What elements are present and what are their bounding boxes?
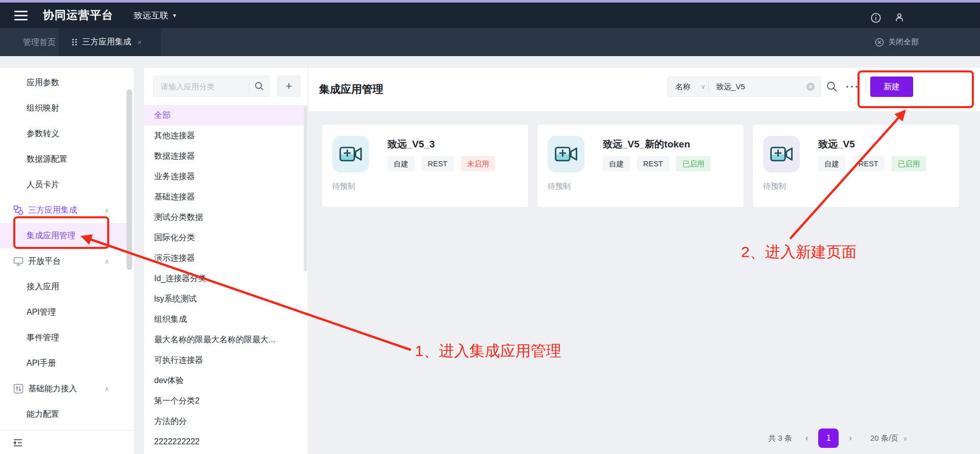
category-scrollbar[interactable] — [304, 106, 307, 271]
chevron-left-icon[interactable]: ‹ — [805, 433, 808, 443]
tag-rest: REST — [637, 156, 669, 171]
category-panel: + 全部 其他连接器 数据连接器 业务连接器 基础连接器 测试分类数据 国际化分… — [144, 68, 308, 454]
category-item[interactable]: 方法的分 — [144, 411, 308, 432]
chevron-up-icon[interactable]: ∧ — [104, 207, 109, 214]
tenant-name: 致远互联 — [134, 10, 168, 21]
sidebar-item-person-card[interactable]: 人员卡片 — [0, 172, 127, 197]
category-item[interactable]: 2222222222 — [144, 432, 308, 452]
category-item[interactable]: 组织集成 — [144, 309, 308, 330]
camera-plus-icon — [554, 144, 578, 164]
category-item[interactable]: lsy系统测试 — [144, 289, 308, 309]
page-title: 集成应用管理 — [319, 82, 383, 96]
tab-home[interactable]: 管理首页 — [23, 28, 56, 56]
collapse-sidebar-icon[interactable] — [12, 437, 23, 448]
app-title: 致远_V5 — [818, 138, 855, 151]
sidebar-group-open-platform[interactable]: 开放平台 ∧ — [0, 248, 127, 274]
sidebar-item-label: API手册 — [27, 359, 56, 367]
category-item[interactable]: 演示连接器 — [144, 248, 308, 268]
tag-rest: REST — [852, 156, 885, 171]
category-search-input[interactable] — [154, 76, 249, 96]
topbar: 协同运营平台 致远互联 ▼ — [0, 3, 980, 28]
page-size-label: 20 条/页 — [870, 434, 898, 442]
app-card[interactable]: 致远_V5_新的token 自建 REST 已启用 待预制 — [537, 124, 744, 208]
category-item-all[interactable]: 全部 — [144, 105, 308, 125]
sidebar-item-datasource-config[interactable]: 数据源配置 — [0, 146, 127, 172]
app-icon — [763, 136, 800, 172]
tag-self-built: 自建 — [603, 156, 630, 171]
tab-third-party-integration[interactable]: 三方应用集成 × — [59, 28, 161, 56]
filter-field-select[interactable]: 名称 — [668, 82, 701, 92]
annotation-step1: 1、进入集成应用管理 — [415, 341, 561, 362]
category-item[interactable]: 基础连接器 — [144, 187, 308, 207]
camera-plus-icon — [770, 144, 793, 164]
app-tags: 自建 REST 已启用 — [818, 156, 933, 171]
pagination-total: 共 3 条 — [768, 434, 792, 443]
category-item[interactable]: 可执行连接器 — [144, 350, 308, 370]
app-card[interactable]: 致远_V5_3 自建 REST 未启用 待预制 — [322, 124, 529, 208]
category-item[interactable]: 第一个分类2 — [144, 391, 308, 411]
sidebar-item-event-management[interactable]: 事件管理 — [0, 325, 127, 350]
category-item[interactable]: Id_连接器分类 — [144, 268, 308, 289]
app-title: 致远_V5_新的token — [603, 138, 690, 151]
category-search-button[interactable] — [250, 76, 269, 96]
hamburger-menu-icon[interactable] — [14, 11, 28, 20]
sidebar-item-label: 人员卡片 — [27, 180, 59, 189]
new-button[interactable]: 新建 — [870, 77, 913, 97]
chevron-up-icon[interactable]: ∧ — [104, 258, 109, 265]
clear-icon[interactable] — [806, 82, 815, 91]
category-item[interactable]: 数据连接器 — [144, 146, 308, 166]
category-item[interactable]: 业务连接器 — [144, 166, 308, 187]
sidebar-item-label: 接入应用 — [27, 282, 59, 291]
category-item[interactable]: 测试分类数据 — [144, 207, 308, 228]
app-tags: 自建 REST 已启用 — [603, 156, 718, 171]
sidebar-group-label: 三方应用集成 — [28, 205, 77, 216]
main-header: 集成应用管理 名称 ∨ 新建 — [308, 68, 980, 111]
app-tags: 自建 REST 未启用 — [387, 156, 502, 171]
sidebar-item-param-escape[interactable]: 参数转义 — [0, 121, 127, 146]
plus-icon: + — [286, 80, 292, 93]
chevron-down-icon: ∨ — [701, 83, 705, 90]
tenant-switcher[interactable]: 致远互联 ▼ — [134, 10, 177, 21]
category-item[interactable]: 其他连接器 — [144, 125, 308, 146]
sidebar-item-access-app[interactable]: 接入应用 — [0, 274, 127, 299]
sidebar-item-label: 数据源配置 — [27, 155, 67, 163]
close-all-button[interactable]: 关闭全部 — [875, 28, 919, 56]
sidebar-scrollbar[interactable] — [127, 89, 132, 270]
category-item[interactable]: dev体验 — [144, 370, 308, 391]
sidebar-item-capability-config[interactable]: 能力配置 — [0, 401, 127, 427]
pagination-current-page[interactable]: 1 — [818, 428, 839, 448]
sidebar-footer-divider — [0, 430, 134, 431]
category-item[interactable]: 最大名称的限最大名称的限最大... — [144, 330, 308, 350]
page-size-select[interactable]: 20 条/页∨ — [870, 434, 908, 443]
sliders-icon — [13, 384, 23, 394]
chevron-up-icon[interactable]: ∧ — [104, 385, 109, 393]
more-icon[interactable] — [845, 84, 859, 90]
sidebar-group-basic-capability[interactable]: 基础能力接入 ∧ — [0, 376, 127, 401]
sidebar-item-api-manual[interactable]: API手册 — [0, 350, 127, 376]
app-search-input[interactable] — [709, 83, 806, 91]
chevron-right-icon[interactable]: › — [849, 433, 852, 443]
sidebar-item-org-mapping[interactable]: 组织映射 — [0, 95, 127, 121]
sidebar-item-label: API管理 — [27, 308, 56, 316]
info-icon[interactable] — [870, 12, 881, 23]
tab-close-icon[interactable]: × — [137, 38, 142, 46]
tag-self-built: 自建 — [818, 156, 845, 171]
user-icon[interactable] — [894, 12, 905, 23]
close-all-icon — [875, 38, 884, 47]
sidebar-group-third-party-integration[interactable]: 三方应用集成 ∧ — [0, 197, 127, 223]
camera-plus-icon — [339, 144, 362, 164]
header-divider — [866, 80, 866, 94]
category-item[interactable]: 国际化分类 — [144, 228, 308, 248]
monitor-icon — [13, 256, 23, 266]
sidebar-item-api-management[interactable]: API管理 — [0, 299, 127, 325]
tabbar: 管理首页 三方应用集成 × 关闭全部 — [0, 28, 980, 56]
add-category-button[interactable]: + — [277, 75, 301, 97]
sidebar-item-integration-app-management[interactable]: 集成应用管理 — [0, 223, 127, 248]
search-icon[interactable] — [826, 81, 838, 93]
app-footer-label: 待预制 — [763, 182, 786, 191]
app-card[interactable]: 致远_V5 自建 REST 已启用 待预制 — [752, 124, 960, 208]
sidebar-item-app-params[interactable]: 应用参数 — [0, 70, 127, 95]
app-title: 致远_V5_3 — [387, 138, 435, 151]
tab-label: 三方应用集成 — [82, 37, 131, 47]
search-icon — [254, 81, 264, 91]
